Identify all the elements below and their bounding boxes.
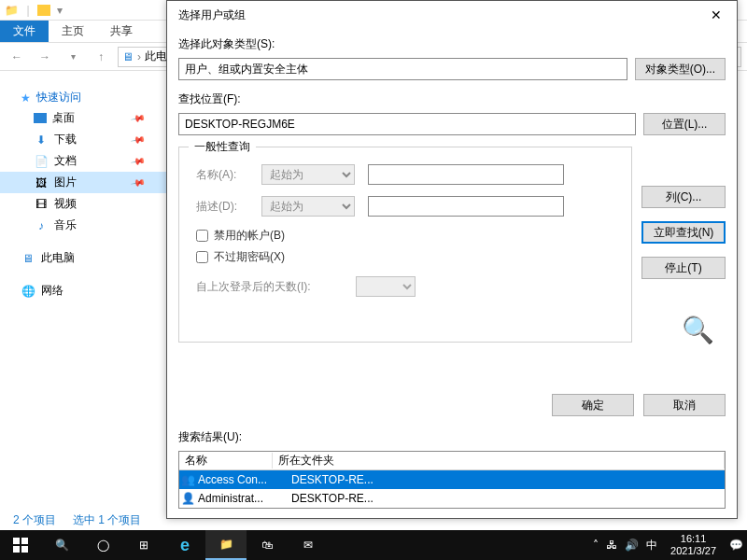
pc-icon: 🖥 (21, 251, 35, 266)
dialog-titlebar: 选择用户或组 ✕ (167, 1, 737, 29)
name-input[interactable] (368, 164, 564, 185)
desc-match-select[interactable]: 起始为 (261, 196, 355, 217)
ribbon-home-tab[interactable]: 主页 (49, 21, 97, 42)
pictures-icon (37, 5, 50, 16)
music-icon: ♪ (34, 218, 49, 233)
noexpire-label: 不过期密码(X) (214, 249, 285, 265)
pin-icon: 📌 (131, 154, 146, 169)
sidebar-item-downloads[interactable]: ⬇下载📌 (0, 129, 166, 150)
desc-input[interactable] (368, 196, 564, 217)
explorer-sidebar: ★ 快速访问 桌面📌 ⬇下载📌 📄文档📌 🖼图片📌 🎞视频 ♪音乐 🖥此电脑 🌐… (0, 71, 166, 519)
search-icon: 🔍 (55, 539, 69, 552)
nav-fwd-icon: → (34, 46, 56, 68)
store-button[interactable]: 🛍 (247, 530, 288, 560)
search-result-icon: 🔍 (682, 315, 714, 345)
disabled-accounts-checkbox[interactable] (196, 230, 208, 242)
days-label: 自上次登录后的天数(I): (196, 279, 311, 295)
col-name-header[interactable]: 名称 (179, 453, 273, 469)
pictures-icon: 🖼 (34, 175, 49, 190)
network-tray-icon[interactable]: 🖧 (606, 539, 617, 552)
sidebar-quick-access[interactable]: ★ 快速访问 (0, 88, 166, 107)
sidebar-this-pc[interactable]: 🖥此电脑 (0, 247, 166, 269)
notifications-icon[interactable]: 💬 (729, 539, 743, 552)
name-match-select[interactable]: 起始为 (261, 164, 355, 185)
pin-icon: 📌 (131, 133, 146, 147)
pc-icon: 🖥 (122, 50, 134, 63)
object-type-field[interactable] (178, 58, 627, 80)
svg-rect-0 (13, 538, 20, 544)
video-icon: 🎞 (34, 197, 49, 212)
cancel-button[interactable]: 取消 (643, 394, 726, 416)
svg-rect-1 (21, 538, 28, 544)
folder-icon: 📁 (4, 3, 19, 18)
columns-button[interactable]: 列(C)... (641, 186, 726, 208)
nav-back-icon[interactable]: ← (6, 46, 28, 68)
star-icon: ★ (21, 91, 31, 105)
result-folder: DESKTOP-RE... (291, 473, 725, 486)
name-label: 名称(A): (196, 167, 248, 183)
taskbar-clock[interactable]: 16:11 2021/3/27 (665, 531, 722, 559)
mail-icon: ✉ (303, 539, 313, 552)
sidebar-item-music[interactable]: ♪音乐 (0, 215, 166, 236)
find-now-button[interactable]: 立即查找(N) (641, 221, 726, 244)
common-queries-group: 一般性查询 名称(A): 起始为 描述(D): 起始为 禁用的帐户(B) 不过期… (178, 147, 632, 343)
download-icon: ⬇ (34, 133, 49, 147)
object-types-button[interactable]: 对象类型(O)... (635, 58, 726, 80)
close-button[interactable]: ✕ (698, 2, 735, 28)
start-button[interactable] (0, 530, 41, 560)
desc-label: 描述(D): (196, 199, 248, 215)
edge-button[interactable]: e (164, 530, 205, 560)
col-folder-header[interactable]: 所在文件夹 (273, 453, 725, 469)
result-row[interactable]: 👤 Administrat... DESKTOP-RE... (179, 489, 725, 508)
clock-time: 16:11 (670, 533, 716, 545)
result-folder: DESKTOP-RE... (291, 492, 725, 505)
stop-button[interactable]: 停止(T) (641, 257, 726, 279)
taskview-button[interactable]: ⊞ (123, 530, 164, 560)
svg-rect-2 (13, 546, 20, 553)
location-label: 查找位置(F): (178, 91, 726, 107)
search-button[interactable]: 🔍 (41, 530, 82, 560)
sidebar-item-videos[interactable]: 🎞视频 (0, 193, 166, 215)
dropdown-icon[interactable]: ▾ (52, 3, 67, 18)
nav-history-icon[interactable]: ▾ (62, 46, 84, 68)
taskview-icon: ⊞ (139, 539, 148, 552)
status-selected: 选中 1 个项目 (73, 512, 141, 528)
cortana-button[interactable]: ◯ (82, 530, 123, 560)
result-name: Access Con... (198, 473, 288, 486)
qat-divider: | (21, 3, 35, 18)
pin-icon: 📌 (131, 175, 146, 190)
store-icon: 🛍 (261, 539, 273, 552)
locations-button[interactable]: 位置(L)... (643, 113, 726, 135)
days-select[interactable] (356, 276, 416, 297)
sidebar-network[interactable]: 🌐网络 (0, 280, 166, 301)
explorer-statusbar: 2 个项目 选中 1 个项目 (0, 510, 154, 530)
noexpire-checkbox[interactable] (196, 251, 208, 263)
volume-icon[interactable]: 🔊 (625, 539, 639, 552)
svg-rect-3 (21, 546, 28, 553)
ribbon-file-tab[interactable]: 文件 (0, 21, 49, 42)
close-icon: ✕ (711, 7, 722, 22)
results-header[interactable]: 名称 所在文件夹 (179, 452, 725, 470)
folder-icon: 📁 (219, 538, 233, 551)
sidebar-item-desktop[interactable]: 桌面📌 (0, 107, 166, 129)
ok-button[interactable]: 确定 (552, 394, 634, 416)
sidebar-item-documents[interactable]: 📄文档📌 (0, 150, 166, 172)
ime-indicator[interactable]: 中 (646, 538, 657, 553)
dialog-title: 选择用户或组 (178, 7, 246, 23)
results-table: 名称 所在文件夹 👥 Access Con... DESKTOP-RE... 👤… (178, 451, 726, 509)
mail-button[interactable]: ✉ (288, 530, 329, 560)
disabled-accounts-label: 禁用的帐户(B) (214, 228, 285, 244)
document-icon: 📄 (34, 154, 49, 169)
results-label: 搜索结果(U): (178, 429, 726, 445)
location-field[interactable] (178, 113, 636, 135)
sidebar-item-pictures[interactable]: 🖼图片📌 (0, 172, 166, 193)
ribbon-share-tab[interactable]: 共享 (97, 21, 146, 42)
edge-icon: e (180, 536, 190, 555)
network-icon: 🌐 (21, 284, 35, 299)
tray-chevron-icon[interactable]: ˄ (593, 539, 599, 552)
explorer-taskbar-button[interactable]: 📁 (205, 530, 247, 560)
pin-icon: 📌 (131, 111, 146, 126)
object-type-label: 选择此对象类型(S): (178, 36, 726, 52)
nav-up-icon[interactable]: ↑ (90, 46, 112, 68)
result-row[interactable]: 👥 Access Con... DESKTOP-RE... (179, 470, 725, 489)
